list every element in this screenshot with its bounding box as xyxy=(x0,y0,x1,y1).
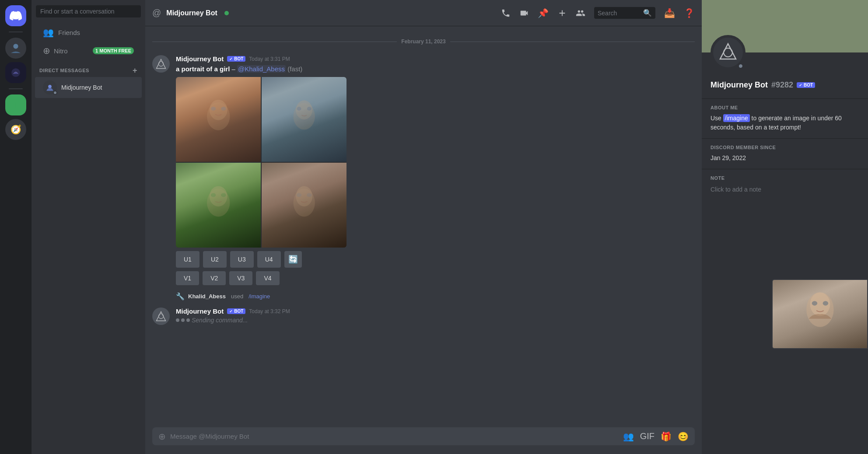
v3-button[interactable]: V3 xyxy=(229,271,252,285)
discord-home-button[interactable] xyxy=(5,5,26,26)
separator: – xyxy=(230,65,237,73)
refresh-button[interactable]: 🔄 xyxy=(284,251,302,268)
v1-button[interactable]: V1 xyxy=(176,271,199,285)
bot-badge-2: ✓ BOT xyxy=(227,308,245,314)
loading-dot-2 xyxy=(181,318,185,322)
message-header-2: Midjourney Bot ✓ BOT Today at 3:32 PM xyxy=(176,307,695,315)
friends-label: Friends xyxy=(58,29,80,36)
message-input-bar: ⊕ 👥 GIF 🎁 😊 xyxy=(145,422,702,454)
svg-point-0 xyxy=(13,44,18,49)
message-block-1: Midjourney Bot ✓ BOT Today at 3:31 PM a … xyxy=(152,55,695,285)
header-search-box[interactable]: Search 🔍 xyxy=(594,7,655,19)
bot-username-1: Midjourney Bot xyxy=(176,55,224,63)
bot-badge-1: ✓ BOT xyxy=(227,56,245,62)
u4-button[interactable]: U4 xyxy=(257,251,281,268)
add-server-button[interactable]: + xyxy=(5,94,26,115)
svg-point-4 xyxy=(158,61,163,66)
checkmark-icon-2: ✓ xyxy=(229,309,233,314)
pin-icon[interactable]: 📌 xyxy=(538,8,549,18)
emoji-icon[interactable]: 😊 xyxy=(678,431,689,442)
portrait-image-1[interactable] xyxy=(176,77,261,162)
dm-user-midjourney[interactable]: Midjourney Bot xyxy=(35,77,142,98)
svg-point-11 xyxy=(297,107,301,111)
about-me-title: ABOUT ME xyxy=(710,105,859,110)
sending-text: Sending command... xyxy=(192,317,248,324)
message-text-input[interactable] xyxy=(170,427,619,445)
sticker-icon[interactable]: 🎁 xyxy=(661,431,672,442)
u1-button[interactable]: U1 xyxy=(176,251,200,268)
message-time-2: Today at 3:32 PM xyxy=(249,308,290,314)
member-since-title: DISCORD MEMBER SINCE xyxy=(710,145,859,150)
nitro-icon: ⊕ xyxy=(43,45,50,56)
video-preview xyxy=(772,279,868,349)
portrait-image-3[interactable] xyxy=(176,163,261,248)
sidebar-divider-2 xyxy=(9,88,23,89)
direct-messages-header: DIRECT MESSAGES + xyxy=(32,59,145,77)
friends-nav-item[interactable]: 👥 Friends xyxy=(35,23,142,42)
add-member-icon[interactable] xyxy=(557,8,567,18)
user-mention[interactable]: @Khalid_Abess xyxy=(237,65,286,73)
v4-button[interactable]: V4 xyxy=(256,271,279,285)
icon-sidebar: + 🧭 xyxy=(0,0,32,454)
server-icon-1[interactable] xyxy=(5,38,26,59)
search-icon: 🔍 xyxy=(643,9,652,17)
gif-icon[interactable]: GIF xyxy=(640,431,654,441)
message-content-1: Midjourney Bot ✓ BOT Today at 3:31 PM a … xyxy=(176,55,695,285)
server-icon-2[interactable] xyxy=(5,62,26,83)
portrait-image-4[interactable] xyxy=(262,163,346,248)
svg-point-28 xyxy=(822,301,828,305)
phone-icon[interactable] xyxy=(501,8,511,18)
profile-name-row: Midjourney Bot #9282 ✓ BOT xyxy=(710,80,859,90)
explore-servers-button[interactable]: 🧭 xyxy=(5,119,26,140)
midjourney-username: Midjourney Bot xyxy=(61,84,102,91)
new-dm-button[interactable]: + xyxy=(133,66,137,74)
u3-button[interactable]: U3 xyxy=(230,251,254,268)
portrait-image-grid[interactable] xyxy=(176,77,346,248)
svg-point-20 xyxy=(307,193,312,197)
system-message-imagine: 🔧 Khalid_Abess used /imagine xyxy=(152,292,695,300)
note-input[interactable] xyxy=(710,184,859,195)
portrait-image-2[interactable] xyxy=(262,77,346,162)
svg-point-19 xyxy=(297,193,302,197)
help-icon[interactable]: ❓ xyxy=(684,8,695,18)
svg-point-24 xyxy=(724,48,732,57)
profile-status-dot xyxy=(738,63,744,69)
message-text-1: a portrait of a girl – @Khalid_Abess (fa… xyxy=(176,64,695,73)
date-line-left xyxy=(152,42,397,42)
dm-at-icon: @ xyxy=(152,8,161,18)
inbox-icon[interactable]: 📥 xyxy=(664,8,675,18)
profile-checkmark: ✓ xyxy=(799,83,802,87)
midjourney-bot-avatar-2 xyxy=(152,307,170,325)
date-line-right xyxy=(450,42,695,42)
member-since-section: DISCORD MEMBER SINCE Jan 29, 2022 xyxy=(702,139,868,169)
nitro-nav-item[interactable]: ⊕ Nitro 1 MONTH FREE xyxy=(35,42,142,59)
u2-button[interactable]: U2 xyxy=(203,251,227,268)
nitro-label: Nitro xyxy=(54,47,89,55)
add-attachment-icon[interactable]: ⊕ xyxy=(158,431,166,442)
svg-marker-3 xyxy=(157,59,166,69)
system-username: Khalid_Abess xyxy=(188,293,226,300)
message-content-2: Midjourney Bot ✓ BOT Today at 3:32 PM Se… xyxy=(176,307,695,324)
people-icon[interactable]: 👥 xyxy=(623,431,634,442)
video-face xyxy=(773,280,867,348)
find-conversation-input[interactable] xyxy=(36,5,141,17)
nitro-badge: 1 MONTH FREE xyxy=(93,47,134,54)
messages-area: February 11, 2023 Midjourney Bot ✓ BOT T… xyxy=(145,26,702,422)
message-block-2: Midjourney Bot ✓ BOT Today at 3:32 PM Se… xyxy=(152,307,695,325)
input-actions: 👥 GIF 🎁 😊 xyxy=(623,431,689,442)
v2-button[interactable]: V2 xyxy=(203,271,226,285)
date-divider: February 11, 2023 xyxy=(152,38,695,45)
profile-display-name: Midjourney Bot xyxy=(710,80,768,90)
midjourney-bot-avatar-1 xyxy=(152,55,170,73)
user-status-dot xyxy=(53,91,57,95)
svg-point-12 xyxy=(307,107,312,111)
channel-header: @ Midjourney Bot 📌 xyxy=(145,0,702,26)
checkmark-icon: ✓ xyxy=(229,57,233,61)
channel-name: Midjourney Bot xyxy=(166,9,217,17)
message-bold-text: a portrait of a girl xyxy=(176,65,230,73)
video-icon[interactable] xyxy=(519,8,529,18)
sending-indicator: Sending command... xyxy=(176,317,695,324)
system-command-link[interactable]: /imagine xyxy=(248,293,270,300)
profile-header-bg xyxy=(702,0,868,52)
members-icon[interactable] xyxy=(576,8,585,18)
